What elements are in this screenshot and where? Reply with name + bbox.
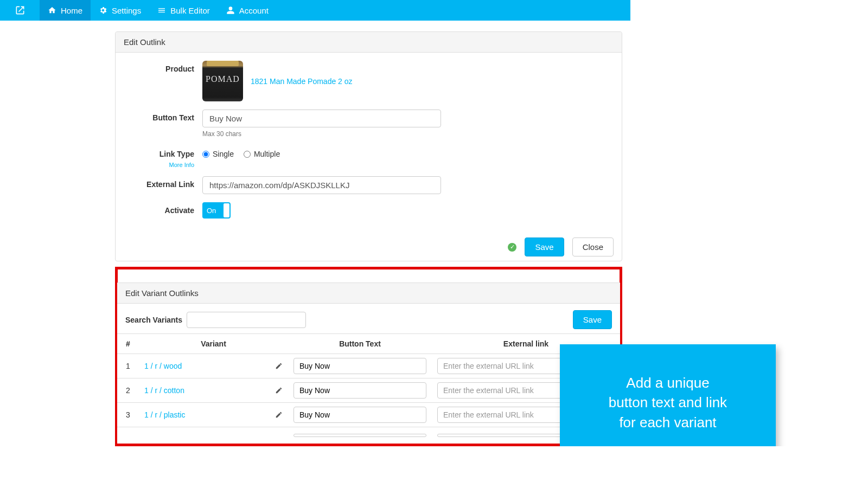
link-type-multiple[interactable]: Multiple [244, 150, 280, 158]
col-num-header: # [117, 334, 139, 354]
variant-save-button[interactable]: Save [573, 310, 612, 329]
edit-outlink-panel: Edit Outlink Product 1821 Man Made Pomad… [115, 31, 622, 261]
nav-settings[interactable]: Settings [91, 0, 149, 21]
variant-table: # Variant Button Text External link 1 1 … [117, 333, 620, 444]
button-text-input[interactable] [202, 110, 441, 127]
variant-panel-title: Edit Variant Outlinks [117, 283, 620, 304]
row-button-text-input[interactable] [293, 382, 426, 399]
radio-single[interactable] [202, 151, 209, 158]
variant-link[interactable]: 1 / r / wood [144, 362, 182, 370]
search-variants-input[interactable] [187, 312, 306, 328]
tooltip-callout: Add a unique button text and link for ea… [560, 344, 776, 446]
button-text-label: Button Text [124, 110, 202, 122]
success-check-icon: ✓ [508, 243, 516, 252]
list-icon [157, 6, 166, 15]
row-button-text-input[interactable] [293, 358, 426, 374]
edit-icon[interactable] [275, 362, 283, 370]
nav-bulk-editor[interactable]: Bulk Editor [149, 0, 218, 21]
nav-home[interactable]: Home [40, 0, 91, 21]
row-button-text-input[interactable] [293, 407, 426, 423]
save-button[interactable]: Save [525, 237, 564, 256]
home-icon [48, 6, 56, 15]
more-info-link[interactable]: More Info [124, 162, 194, 168]
nav-account[interactable]: Account [218, 0, 277, 21]
nav-account-label: Account [239, 6, 269, 15]
search-variants-label: Search Variants [125, 316, 182, 324]
app-logo[interactable] [0, 0, 40, 21]
nav-home-label: Home [61, 6, 82, 15]
edit-icon[interactable] [275, 411, 283, 419]
variant-link[interactable]: 1 / r / plastic [144, 410, 185, 419]
table-row [117, 427, 620, 444]
col-button-text-header: Button Text [288, 334, 432, 354]
product-label: Product [124, 61, 202, 73]
edit-icon[interactable] [275, 387, 283, 394]
edit-variant-outlinks-panel: Edit Variant Outlinks Search Variants Sa… [117, 282, 620, 444]
table-row: 3 1 / r / plastic [117, 403, 620, 427]
user-icon [226, 6, 235, 15]
link-type-single[interactable]: Single [202, 150, 234, 158]
activate-label: Activate [124, 202, 202, 215]
nav-settings-label: Settings [112, 6, 141, 15]
product-image [202, 61, 243, 101]
link-type-label: Link Type [124, 150, 194, 158]
row-button-text-input[interactable] [293, 434, 426, 437]
gear-icon [99, 6, 107, 15]
activate-toggle[interactable]: On [202, 202, 231, 219]
external-link-label: External Link [124, 176, 202, 189]
close-button[interactable]: Close [572, 237, 614, 256]
external-link-input[interactable] [202, 176, 441, 194]
col-variant-header: Variant [139, 334, 288, 354]
product-link[interactable]: 1821 Man Made Pomade 2 oz [251, 77, 353, 86]
variant-link[interactable]: 1 / r / cotton [144, 386, 184, 395]
top-navbar: Home Settings Bulk Editor Account [0, 0, 630, 21]
radio-multiple[interactable] [244, 151, 251, 158]
table-row: 2 1 / r / cotton [117, 378, 620, 403]
button-text-help: Max 30 chars [202, 130, 441, 138]
table-row: 1 1 / r / wood [117, 354, 620, 378]
nav-bulk-editor-label: Bulk Editor [170, 6, 210, 15]
panel-title: Edit Outlink [116, 32, 622, 53]
external-link-icon [15, 5, 25, 16]
